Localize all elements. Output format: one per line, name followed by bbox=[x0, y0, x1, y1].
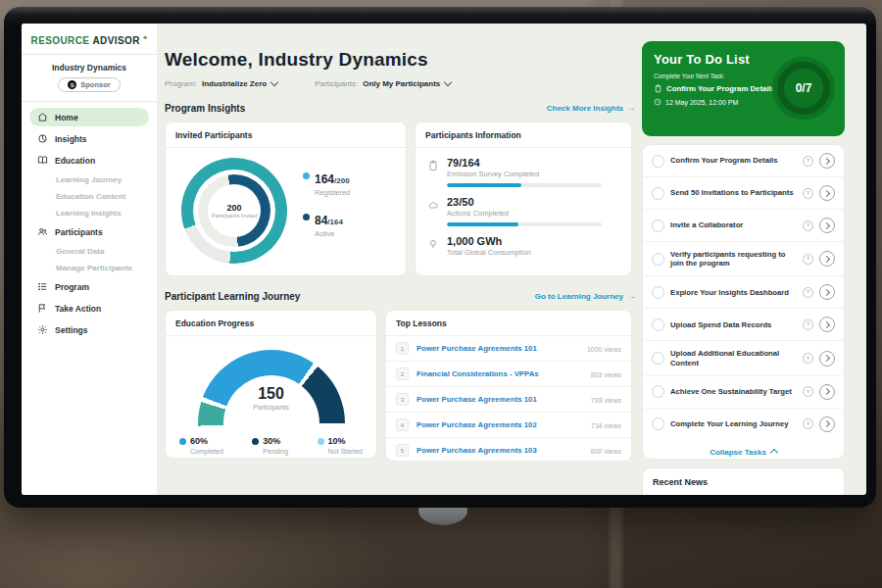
rank-badge: 2 bbox=[396, 368, 409, 380]
divider bbox=[22, 54, 157, 55]
lesson-link[interactable]: Power Purchase Agreements 101 bbox=[416, 344, 585, 353]
sidebar-nav: Home Insights Education Learning Journey… bbox=[22, 102, 157, 348]
learning-journey-cards: Education Progress 150 Participants 60% … bbox=[165, 310, 635, 462]
help-icon[interactable]: ? bbox=[803, 386, 813, 397]
rank-badge: 1 bbox=[396, 342, 409, 355]
help-icon[interactable]: ? bbox=[803, 287, 813, 298]
task-checkbox[interactable] bbox=[652, 417, 664, 430]
task-row: Upload Additional Educational Content ? bbox=[643, 341, 844, 375]
task-checkbox[interactable] bbox=[652, 155, 664, 168]
rank-badge: 5 bbox=[396, 444, 409, 457]
legend-dot bbox=[179, 438, 186, 445]
chevron-down-icon bbox=[444, 78, 452, 86]
progress-bar bbox=[447, 222, 602, 226]
page-title: Welcome, Industry Dynamics bbox=[165, 49, 635, 71]
help-icon[interactable]: ? bbox=[803, 319, 813, 330]
education-gauge-chart: 150 Participants bbox=[198, 350, 345, 426]
brand-logo: RESOURCE ADVISOR + bbox=[22, 24, 157, 54]
go-to-learning-journey-link[interactable]: Go to Learning Journey → bbox=[535, 292, 635, 301]
task-checkbox[interactable] bbox=[652, 385, 664, 398]
legend-active: 84/164 Active bbox=[303, 211, 350, 238]
task-checkbox[interactable] bbox=[652, 286, 664, 299]
todo-counter: 0/7 bbox=[796, 81, 812, 95]
task-go-button[interactable] bbox=[819, 218, 835, 233]
legend-dot bbox=[318, 438, 324, 445]
monitor-bezel: RESOURCE ADVISOR + Industry Dynamics S S… bbox=[4, 7, 876, 508]
legend-completed: 60% Completed bbox=[179, 436, 223, 455]
rank-badge: 4 bbox=[396, 418, 409, 431]
legend-dot bbox=[303, 214, 310, 220]
sidebar-item-participants[interactable]: Participants bbox=[29, 222, 149, 241]
recent-news-title: Recent News bbox=[653, 477, 834, 487]
help-icon[interactable]: ? bbox=[803, 188, 813, 199]
stat-emission-survey: 79/164 Emission Survey Completed bbox=[416, 148, 631, 187]
sidebar-item-education[interactable]: Education bbox=[29, 151, 149, 170]
sidebar-item-general-data[interactable]: General Data bbox=[29, 244, 149, 259]
task-row: Complete Your Learning Journey ? bbox=[643, 409, 844, 440]
legend-dot bbox=[303, 172, 310, 179]
section-title: Participant Learning Journey bbox=[165, 291, 300, 302]
program-filter-value: Industrialize Zero bbox=[202, 79, 267, 88]
task-go-button[interactable] bbox=[819, 317, 835, 332]
task-go-button[interactable] bbox=[819, 384, 835, 400]
program-insights-cards: Invited Participants 200 Participants In… bbox=[165, 122, 635, 276]
gauge-center-label: Participants bbox=[198, 404, 345, 411]
dashboard-screen: RESOURCE ADVISOR + Industry Dynamics S S… bbox=[22, 24, 866, 495]
lesson-link[interactable]: Financial Considerations - VPPAs bbox=[416, 369, 589, 378]
task-go-button[interactable] bbox=[819, 351, 835, 367]
task-checkbox[interactable] bbox=[652, 253, 664, 266]
task-go-button[interactable] bbox=[819, 153, 835, 169]
home-icon bbox=[37, 112, 48, 122]
invited-participants-card: Invited Participants 200 Participants In… bbox=[165, 122, 407, 276]
participants-filter-label: Participants: bbox=[315, 79, 358, 88]
sidebar-item-insights[interactable]: Insights bbox=[29, 129, 149, 148]
check-more-insights-link[interactable]: Check More Insights → bbox=[547, 104, 635, 113]
task-checkbox[interactable] bbox=[652, 187, 664, 200]
take-action-icon bbox=[37, 303, 48, 314]
sidebar-item-manage-participants[interactable]: Manage Participants bbox=[29, 261, 149, 275]
arrow-right-icon: → bbox=[627, 104, 635, 113]
help-icon[interactable]: ? bbox=[803, 156, 813, 167]
task-row: Confirm Your Program Details ? bbox=[643, 145, 844, 177]
task-go-button[interactable] bbox=[819, 185, 835, 201]
clock-icon bbox=[654, 98, 662, 106]
lesson-link[interactable]: Power Purchase Agreements 102 bbox=[416, 420, 589, 429]
lesson-link[interactable]: Power Purchase Agreements 103 bbox=[416, 446, 589, 455]
help-icon[interactable]: ? bbox=[803, 220, 813, 231]
sidebar-item-home[interactable]: Home bbox=[29, 108, 149, 126]
card-title: Invited Participants bbox=[166, 122, 406, 148]
help-icon[interactable]: ? bbox=[803, 254, 813, 265]
sidebar-item-learning-insights[interactable]: Learning Insights bbox=[29, 206, 149, 220]
lesson-row: 4 Power Purchase Agreements 102 734views bbox=[386, 413, 631, 438]
collapse-tasks-link[interactable]: Collapse Tasks bbox=[643, 440, 844, 460]
sidebar-item-program[interactable]: Program bbox=[29, 277, 149, 296]
clipboard-icon bbox=[654, 84, 662, 93]
task-checkbox[interactable] bbox=[652, 318, 664, 331]
task-go-button[interactable] bbox=[819, 416, 835, 432]
sidebar-item-learning-journey[interactable]: Learning Journey bbox=[29, 172, 149, 187]
lesson-link[interactable]: Power Purchase Agreements 101 bbox=[416, 395, 589, 404]
sidebar-item-education-content[interactable]: Education Content bbox=[29, 189, 149, 204]
help-icon[interactable]: ? bbox=[803, 418, 813, 429]
arrow-right-icon: → bbox=[627, 292, 635, 301]
learning-journey-header: Participant Learning Journey Go to Learn… bbox=[165, 291, 635, 302]
chevron-up-icon bbox=[770, 449, 778, 457]
program-filter[interactable]: Program: Industrialize Zero bbox=[165, 79, 277, 88]
task-checkbox[interactable] bbox=[652, 220, 664, 232]
task-row: Achieve One Sustainability Target ? bbox=[643, 376, 844, 409]
sidebar-item-settings[interactable]: Settings bbox=[29, 320, 149, 339]
top-lessons-card: Top Lessons 1 Power Purchase Agreements … bbox=[385, 310, 632, 462]
help-icon[interactable]: ? bbox=[803, 353, 813, 364]
card-title: Participants Information bbox=[416, 122, 631, 148]
task-row: Invite a Collaborator ? bbox=[643, 210, 844, 242]
card-title: Education Progress bbox=[166, 311, 376, 336]
lesson-row: 2 Financial Considerations - VPPAs 803vi… bbox=[386, 362, 631, 387]
rank-badge: 3 bbox=[396, 393, 409, 406]
brand-part1: RESOURCE bbox=[31, 35, 90, 46]
program-insights-header: Program Insights Check More Insights → bbox=[165, 103, 635, 114]
task-checkbox[interactable] bbox=[652, 352, 664, 365]
participants-filter[interactable]: Participants: Only My Participants bbox=[315, 79, 451, 88]
task-go-button[interactable] bbox=[819, 284, 835, 300]
sidebar-item-take-action[interactable]: Take Action bbox=[29, 299, 149, 318]
task-go-button[interactable] bbox=[819, 251, 835, 267]
